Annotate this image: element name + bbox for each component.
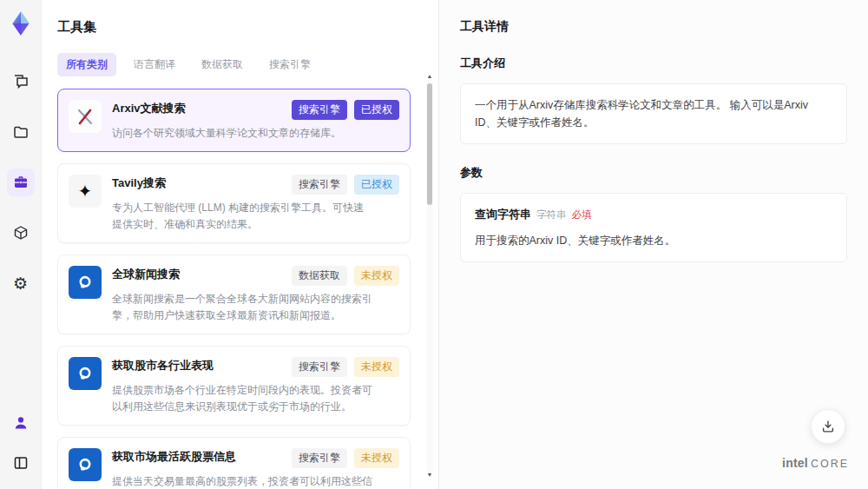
tool-list-panel: 工具集 所有类别 语言翻译 数据获取 搜索引擎 Arxiv文献搜索 搜索引擎 已… xyxy=(42,0,438,489)
auth-status-badge: 未授权 xyxy=(354,357,399,377)
tavily-logo-icon: ✦ xyxy=(69,175,102,208)
tool-description: 全球新闻搜索是一个聚合全球各大新闻网站内容的搜索引擎，帮助用户快速获取全球最新资… xyxy=(112,291,372,323)
list-scrollbar[interactable]: ▲ ▼ xyxy=(425,73,434,479)
news-q-glyph xyxy=(76,455,95,474)
tool-intro-text: 一个用于从Arxiv存储库搜索科学论文和文章的工具。 输入可以是Arxiv ID… xyxy=(475,99,808,129)
sidebar-nav: ⚙ xyxy=(7,68,35,297)
sidebar-item-settings[interactable]: ⚙ xyxy=(7,269,35,297)
tool-card-active-stocks[interactable]: 获取市场最活跃股票信息 搜索引擎 未授权 提供当天交易量最高的股票列表，投资者可… xyxy=(57,437,411,489)
card-body: Tavily搜索 搜索引擎 已授权 专为人工智能代理 (LLM) 构建的搜索引擎… xyxy=(112,175,399,232)
tag-row: 搜索引擎 已授权 xyxy=(292,175,399,195)
tool-card-tavily[interactable]: ✦ Tavily搜索 搜索引擎 已授权 专为人工智能代理 (LLM) 构建的搜索… xyxy=(57,163,411,243)
scrollbar-thumb[interactable] xyxy=(427,83,432,205)
download-icon xyxy=(820,419,836,434)
page-title: 工具集 xyxy=(57,19,416,36)
card-body: 获取股市各行业表现 搜索引擎 未授权 提供股票市场各个行业在特定时间段内的表现。… xyxy=(112,357,399,414)
panel-collapse-icon xyxy=(12,454,30,472)
tool-description: 专为人工智能代理 (LLM) 构建的搜索引擎工具。可快速提供实时、准确和真实的结… xyxy=(112,200,372,232)
folder-icon xyxy=(12,123,30,141)
card-body: 获取市场最活跃股票信息 搜索引擎 未授权 提供当天交易量最高的股票列表，投资者可… xyxy=(112,448,399,489)
briefcase-icon xyxy=(12,174,30,191)
category-tag: 搜索引擎 xyxy=(292,357,347,377)
tool-card-sector-performance[interactable]: 获取股市各行业表现 搜索引擎 未授权 提供股票市场各个行业在特定时间段内的表现。… xyxy=(57,346,411,426)
parameter-type: 字符串 xyxy=(536,209,567,220)
tool-name: 全球新闻搜索 xyxy=(112,266,180,282)
detail-title: 工具详情 xyxy=(460,19,847,35)
category-tabs: 所有类别 语言翻译 数据获取 搜索引擎 xyxy=(57,53,416,76)
tab-all-categories[interactable]: 所有类别 xyxy=(57,53,116,76)
tag-row: 搜索引擎 已授权 xyxy=(292,100,399,120)
tab-language-translation[interactable]: 语言翻译 xyxy=(125,53,184,76)
card-head: 全球新闻搜索 数据获取 未授权 xyxy=(112,266,399,286)
diamond-logo-icon xyxy=(6,9,36,38)
chat-icon xyxy=(12,73,30,90)
intel-core-logo: intel CORE xyxy=(782,456,849,470)
card-head: 获取股市各行业表现 搜索引擎 未授权 xyxy=(112,357,399,377)
tool-intro-box: 一个用于从Arxiv存储库搜索科学论文和文章的工具。 输入可以是Arxiv ID… xyxy=(460,83,847,144)
tool-card-global-news[interactable]: 全球新闻搜索 数据获取 未授权 全球新闻搜索是一个聚合全球各大新闻网站内容的搜索… xyxy=(57,254,411,334)
category-tag: 搜索引擎 xyxy=(292,448,347,468)
tab-search-engine[interactable]: 搜索引擎 xyxy=(260,53,319,76)
sidebar-bottom xyxy=(7,409,35,477)
cube-icon xyxy=(12,224,30,241)
user-icon xyxy=(12,414,30,432)
parameter-name: 查询字符串 xyxy=(475,208,531,221)
parameter-box: 查询字符串字符串必填 用于搜索的Arxiv ID、关键字或作者姓名。 xyxy=(460,193,847,262)
brand-intel: intel xyxy=(782,456,808,470)
app-logo[interactable] xyxy=(6,9,36,38)
news-logo-icon xyxy=(69,357,102,390)
category-tag: 数据获取 xyxy=(292,266,347,286)
tool-name: 获取股市各行业表现 xyxy=(112,357,214,373)
sidebar-item-folder[interactable] xyxy=(7,118,35,146)
category-tag: 搜索引擎 xyxy=(292,100,347,120)
auth-status-badge: 已授权 xyxy=(354,100,399,120)
sidebar-item-collapse[interactable] xyxy=(7,449,35,477)
card-head: Tavily搜索 搜索引擎 已授权 xyxy=(112,175,399,195)
sidebar-item-chat[interactable] xyxy=(7,68,35,96)
scrollbar-track[interactable] xyxy=(426,80,433,472)
tool-name: Arxiv文献搜索 xyxy=(112,100,186,116)
tab-data-acquisition[interactable]: 数据获取 xyxy=(193,53,252,76)
card-body: Arxiv文献搜索 搜索引擎 已授权 访问各个研究领域大量科学论文和文章的存储库… xyxy=(112,100,399,141)
parameter-required-label: 必填 xyxy=(572,209,592,220)
sidebar-item-user[interactable] xyxy=(7,409,35,437)
parameter-header: 查询字符串字符串必填 xyxy=(475,206,832,224)
tool-description: 提供当天交易量最高的股票列表，投资者可以利用这些信息来识别流动性强的股票和潜在的… xyxy=(112,473,372,489)
auth-status-badge: 未授权 xyxy=(354,448,399,468)
tool-name: Tavily搜索 xyxy=(112,175,166,191)
download-button[interactable] xyxy=(811,409,845,444)
card-head: Arxiv文献搜索 搜索引擎 已授权 xyxy=(112,100,399,120)
card-head: 获取市场最活跃股票信息 搜索引擎 未授权 xyxy=(112,448,399,468)
scroll-up-arrow-icon[interactable]: ▲ xyxy=(427,73,433,80)
intro-heading: 工具介绍 xyxy=(460,56,847,71)
tool-description: 访问各个研究领域大量科学论文和文章的存储库。 xyxy=(112,125,372,142)
tag-row: 搜索引擎 未授权 xyxy=(292,357,399,377)
auth-status-badge: 已授权 xyxy=(354,175,399,195)
card-body: 全球新闻搜索 数据获取 未授权 全球新闻搜索是一个聚合全球各大新闻网站内容的搜索… xyxy=(112,266,399,323)
sparkle-icon: ✦ xyxy=(78,182,93,200)
arxiv-chi-glyph xyxy=(76,107,95,126)
left-sidebar: ⚙ xyxy=(0,0,42,489)
category-tag: 搜索引擎 xyxy=(292,175,347,195)
tool-card-arxiv[interactable]: Arxiv文献搜索 搜索引擎 已授权 访问各个研究领域大量科学论文和文章的存储库… xyxy=(57,89,411,152)
news-logo-icon xyxy=(69,266,102,299)
news-q-glyph xyxy=(76,364,95,383)
gear-icon: ⚙ xyxy=(13,275,28,292)
scroll-down-arrow-icon[interactable]: ▼ xyxy=(427,472,433,479)
auth-status-badge: 未授权 xyxy=(354,266,399,286)
brand-core: CORE xyxy=(811,458,849,470)
parameter-description: 用于搜索的Arxiv ID、关键字或作者姓名。 xyxy=(475,232,832,249)
tool-detail-panel: 工具详情 工具介绍 一个用于从Arxiv存储库搜索科学论文和文章的工具。 输入可… xyxy=(438,0,868,489)
news-q-glyph xyxy=(76,273,95,292)
news-logo-icon xyxy=(69,448,102,481)
params-heading: 参数 xyxy=(460,165,847,181)
tool-name: 获取市场最活跃股票信息 xyxy=(112,448,236,465)
sidebar-item-package[interactable] xyxy=(7,219,35,247)
sidebar-item-toolbox[interactable] xyxy=(7,169,35,196)
tool-card-list: Arxiv文献搜索 搜索引擎 已授权 访问各个研究领域大量科学论文和文章的存储库… xyxy=(57,89,416,489)
tag-row: 搜索引擎 未授权 xyxy=(292,448,399,468)
tool-description: 提供股票市场各个行业在特定时间段内的表现。投资者可以利用这些信息来识别表现优于或… xyxy=(112,382,372,414)
tag-row: 数据获取 未授权 xyxy=(292,266,399,286)
arxiv-logo-icon xyxy=(69,100,102,133)
